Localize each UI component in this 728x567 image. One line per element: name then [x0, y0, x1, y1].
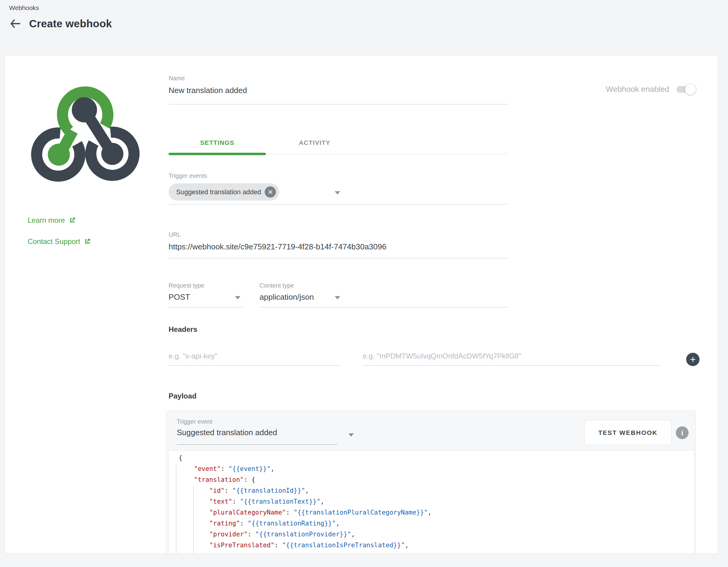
webhook-enabled-label: Webhook enabled — [606, 85, 669, 94]
chip-remove-icon[interactable]: ✕ — [265, 186, 276, 198]
trigger-event-chip[interactable]: Suggested translation added ✕ — [169, 183, 279, 201]
page-title: Create webhook — [29, 18, 112, 30]
header-key-input[interactable] — [169, 347, 341, 366]
code-line: "id": "{{translationId}}", — [179, 485, 694, 496]
trigger-events-underline — [169, 204, 508, 205]
request-type-dropdown-arrow[interactable] — [235, 296, 240, 299]
header-value-input[interactable] — [363, 347, 661, 366]
learn-more-link[interactable]: Learn more — [28, 216, 76, 225]
url-input[interactable]: https://webhook.site/c9e75921-7719-4f28-… — [169, 242, 386, 252]
url-underline — [169, 258, 508, 259]
name-label: Name — [169, 75, 185, 82]
payload-trigger-event-dropdown-arrow[interactable] — [348, 433, 354, 437]
payload-select-underline — [177, 444, 337, 445]
payload-code-editor[interactable]: { "event": "{{event}}", "translation": {… — [168, 450, 694, 554]
indent-guide — [193, 486, 194, 554]
code-line: "event": "{{event}}", — [179, 463, 694, 474]
toggle-knob — [685, 84, 696, 95]
tab-bar: SETTINGS ACTIVITY — [169, 132, 508, 154]
request-type-select[interactable]: POST — [169, 292, 190, 302]
add-header-button[interactable]: + — [686, 353, 699, 366]
code-line: "provider": "{{translationProvider}}", — [179, 529, 694, 540]
tab-activity[interactable]: ACTIVITY — [266, 132, 363, 154]
back-arrow-icon[interactable] — [9, 18, 21, 30]
url-label: URL — [169, 231, 181, 238]
external-link-icon — [69, 217, 76, 224]
webhook-logo — [25, 76, 146, 186]
name-underline — [169, 104, 508, 105]
contact-support-label: Contact Support — [28, 237, 80, 246]
code-line: "pluralCategoryName": "{{translationPlur… — [179, 507, 694, 518]
indent-guide — [176, 465, 176, 554]
code-line: "translation": { — [179, 474, 694, 485]
content-type-dropdown-arrow[interactable] — [335, 296, 340, 299]
trigger-events-dropdown-arrow[interactable] — [335, 191, 340, 195]
learn-more-label: Learn more — [28, 216, 65, 225]
external-link-icon — [84, 238, 91, 245]
trigger-events-label: Trigger events — [169, 173, 207, 180]
webhook-card: Learn more Contact Support Name New tran… — [5, 55, 718, 554]
payload-trigger-event-label: Trigger event — [177, 418, 212, 425]
title-row: Create webhook — [9, 18, 112, 30]
code-line: "createdAt": "{{translationCreatedAt}}", — [179, 551, 694, 554]
code-line: { — [179, 452, 694, 463]
content-type-underline — [260, 307, 508, 307]
request-type-label: Request type — [169, 282, 204, 289]
code-line: "rating": "{{translationRating}}", — [179, 518, 694, 529]
content-type-select[interactable]: application/json — [260, 292, 314, 302]
webhook-enabled-toggle[interactable] — [676, 86, 695, 93]
webhook-enabled-row: Webhook enabled — [606, 85, 695, 94]
tab-settings[interactable]: SETTINGS — [169, 132, 266, 154]
name-input[interactable]: New translation added — [169, 86, 247, 95]
info-icon[interactable]: i — [676, 426, 689, 439]
content-type-label: Content type — [260, 282, 294, 289]
contact-support-link[interactable]: Contact Support — [28, 237, 91, 246]
test-webhook-button[interactable]: TEST WEBHOOK — [584, 420, 672, 445]
headers-title: Headers — [169, 325, 197, 334]
request-type-underline — [169, 307, 243, 307]
payload-title: Payload — [169, 392, 196, 400]
payload-box: Trigger event Suggested translation adde… — [166, 411, 696, 554]
code-line: "text": "{{translationText}}", — [179, 496, 694, 507]
breadcrumb[interactable]: Webhooks — [9, 4, 39, 12]
payload-trigger-event-select[interactable]: Suggested translation added — [177, 428, 277, 437]
chip-label: Suggested translation added — [176, 188, 261, 196]
code-line: "isPreTranslated": "{{translationIsPreTr… — [179, 540, 694, 551]
